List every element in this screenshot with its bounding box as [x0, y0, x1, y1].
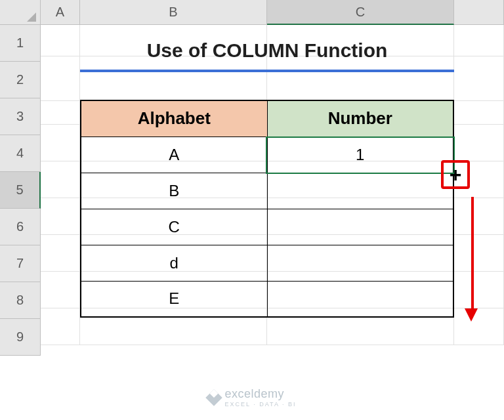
- row-header-6[interactable]: 6: [0, 209, 41, 245]
- spreadsheet: A B C 1 2 3 4 5 6 7 8 9 Use of COLUMN Fu…: [0, 0, 504, 381]
- watermark-tagline: EXCEL · DATA · BI: [225, 401, 297, 408]
- select-all-corner[interactable]: [0, 0, 41, 25]
- row-header-9[interactable]: 9: [0, 319, 41, 356]
- cell-number[interactable]: 1: [267, 136, 453, 173]
- table-row: d: [81, 245, 453, 281]
- data-table: Alphabet Number A 1 B C d E: [80, 100, 454, 318]
- row-header-3[interactable]: 3: [0, 98, 41, 135]
- cell-alphabet[interactable]: C: [81, 209, 267, 245]
- cell-number[interactable]: [267, 245, 453, 281]
- table-row: A 1: [81, 136, 453, 173]
- watermark-logo-icon: [205, 389, 222, 406]
- row-header-2[interactable]: 2: [0, 62, 41, 98]
- row-header-4[interactable]: 4: [0, 135, 41, 172]
- drag-down-arrow: [470, 197, 475, 322]
- header-number[interactable]: Number: [267, 100, 453, 136]
- watermark-brand: exceldemy: [225, 387, 285, 400]
- row-header-5[interactable]: 5: [0, 172, 41, 209]
- arrow-head-icon: [465, 308, 478, 322]
- cell-alphabet[interactable]: B: [81, 173, 267, 209]
- row-header-1[interactable]: 1: [0, 25, 41, 62]
- column-header-b[interactable]: B: [80, 0, 267, 25]
- sheet-title: Use of COLUMN Function: [80, 32, 454, 72]
- row-header-7[interactable]: 7: [0, 245, 41, 282]
- cell-alphabet[interactable]: d: [81, 245, 267, 281]
- column-header-a[interactable]: A: [41, 0, 80, 25]
- table-header-row: Alphabet Number: [81, 100, 453, 136]
- column-header-c[interactable]: C: [267, 0, 454, 25]
- table-row: C: [81, 209, 453, 245]
- cell-alphabet[interactable]: E: [81, 281, 267, 317]
- watermark: exceldemy EXCEL · DATA · BI: [0, 387, 504, 408]
- select-all-triangle-icon: [26, 12, 36, 22]
- cell-alphabet[interactable]: A: [81, 136, 267, 173]
- table-row: E: [81, 281, 453, 317]
- header-alphabet[interactable]: Alphabet: [81, 100, 267, 136]
- row-headers: 1 2 3 4 5 6 7 8 9: [0, 25, 41, 356]
- fill-handle-icon[interactable]: +: [450, 164, 462, 185]
- cell-number[interactable]: [267, 209, 453, 245]
- cell-number[interactable]: [267, 281, 453, 317]
- column-header-pad: [454, 0, 504, 25]
- cell-number[interactable]: [267, 173, 453, 209]
- table-row: B: [81, 173, 453, 209]
- column-headers: A B C: [41, 0, 504, 25]
- row-header-8[interactable]: 8: [0, 282, 41, 319]
- fill-handle-callout: +: [441, 160, 470, 189]
